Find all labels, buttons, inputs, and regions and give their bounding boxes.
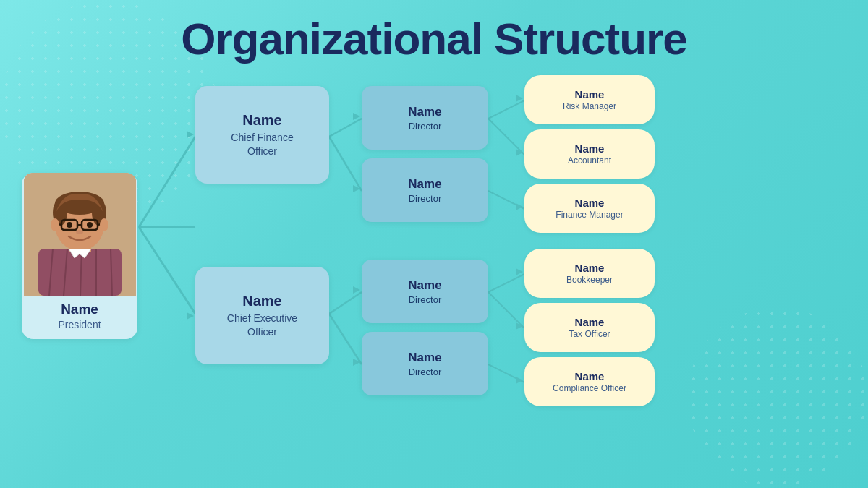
ceo-card: Name Chief ExecutiveOfficer bbox=[195, 267, 329, 364]
svg-marker-21 bbox=[516, 203, 523, 210]
director-4-title: Director bbox=[409, 367, 442, 377]
svg-marker-17 bbox=[353, 286, 360, 294]
accountant-name: Name bbox=[575, 142, 605, 155]
accountant-card: Name Accountant bbox=[524, 129, 655, 179]
director-2-block: Name Director bbox=[362, 158, 488, 222]
cfo-block: Name Chief FinanceOfficer bbox=[195, 86, 329, 184]
cfo-title: Chief FinanceOfficer bbox=[231, 131, 293, 157]
director-1-name: Name bbox=[408, 105, 441, 119]
director-3-title: Director bbox=[409, 294, 442, 305]
president-card: Name President bbox=[22, 173, 137, 339]
svg-marker-24 bbox=[516, 377, 523, 384]
finance-manager-title: Finance Manager bbox=[556, 210, 623, 220]
bookkeeper-card: Name Bookkeeper bbox=[524, 249, 655, 298]
svg-line-0 bbox=[139, 137, 195, 227]
svg-line-10 bbox=[488, 274, 524, 292]
svg-marker-22 bbox=[516, 268, 523, 275]
svg-line-7 bbox=[488, 100, 524, 119]
director-2-name: Name bbox=[408, 177, 441, 192]
tax-officer-card: Name Tax Officer bbox=[524, 303, 655, 352]
tax-officer-block: Name Tax Officer bbox=[524, 303, 655, 352]
svg-point-42 bbox=[67, 222, 72, 228]
finance-manager-name: Name bbox=[575, 197, 605, 209]
svg-marker-19 bbox=[516, 95, 523, 102]
svg-line-1 bbox=[139, 227, 195, 314]
cfo-name: Name bbox=[242, 112, 281, 129]
director-1-title: Director bbox=[409, 121, 442, 132]
accountant-title: Accountant bbox=[568, 155, 611, 166]
president-title: President bbox=[58, 319, 101, 330]
org-chart: Name President Name Chief FinanceOfficer… bbox=[22, 72, 846, 440]
ceo-title: Chief ExecutiveOfficer bbox=[227, 312, 297, 338]
risk-manager-title: Risk Manager bbox=[563, 101, 616, 111]
risk-manager-block: Name Risk Manager bbox=[524, 75, 655, 124]
president-name: Name bbox=[61, 301, 98, 317]
cfo-card: Name Chief FinanceOfficer bbox=[195, 86, 329, 184]
tax-officer-name: Name bbox=[575, 316, 605, 328]
director-1-block: Name Director bbox=[362, 86, 488, 150]
svg-line-6 bbox=[329, 314, 362, 364]
compliance-officer-card: Name Compliance Officer bbox=[524, 357, 655, 406]
svg-line-4 bbox=[329, 137, 362, 191]
director-1-card: Name Director bbox=[362, 86, 488, 150]
director-4-card: Name Director bbox=[362, 332, 488, 395]
finance-manager-block: Name Finance Manager bbox=[524, 184, 655, 233]
page-title: Organizational Structure bbox=[0, 0, 868, 72]
compliance-officer-name: Name bbox=[575, 370, 605, 382]
svg-marker-15 bbox=[353, 113, 360, 120]
director-2-title: Director bbox=[409, 193, 442, 204]
svg-line-11 bbox=[488, 292, 524, 328]
director-3-name: Name bbox=[408, 278, 441, 293]
bookkeeper-block: Name Bookkeeper bbox=[524, 249, 655, 298]
risk-manager-card: Name Risk Manager bbox=[524, 75, 655, 124]
president-block: Name President bbox=[22, 173, 137, 339]
bookkeeper-name: Name bbox=[575, 262, 605, 274]
svg-marker-14 bbox=[187, 312, 194, 320]
svg-point-45 bbox=[51, 218, 59, 231]
svg-line-9 bbox=[488, 191, 524, 209]
svg-point-43 bbox=[87, 222, 93, 228]
director-3-block: Name Director bbox=[362, 260, 488, 323]
svg-point-44 bbox=[76, 230, 83, 234]
compliance-officer-block: Name Compliance Officer bbox=[524, 357, 655, 406]
director-4-name: Name bbox=[408, 351, 441, 365]
tax-officer-title: Tax Officer bbox=[569, 329, 610, 339]
risk-manager-name: Name bbox=[575, 88, 605, 100]
president-photo bbox=[24, 173, 136, 296]
compliance-officer-title: Compliance Officer bbox=[553, 383, 626, 393]
ceo-block: Name Chief ExecutiveOfficer bbox=[195, 267, 329, 364]
finance-manager-card: Name Finance Manager bbox=[524, 184, 655, 233]
svg-line-5 bbox=[329, 292, 362, 314]
ceo-name: Name bbox=[242, 293, 281, 309]
svg-marker-13 bbox=[187, 131, 194, 138]
accountant-block: Name Accountant bbox=[524, 129, 655, 179]
svg-marker-20 bbox=[516, 149, 523, 156]
director-2-card: Name Director bbox=[362, 158, 488, 222]
svg-marker-16 bbox=[353, 185, 360, 192]
svg-point-46 bbox=[100, 218, 109, 231]
svg-marker-23 bbox=[516, 322, 523, 330]
bookkeeper-title: Bookkeeper bbox=[566, 275, 613, 285]
svg-line-12 bbox=[488, 364, 524, 382]
director-4-block: Name Director bbox=[362, 332, 488, 395]
svg-line-3 bbox=[329, 119, 362, 137]
person-photo-svg bbox=[24, 173, 136, 296]
director-3-card: Name Director bbox=[362, 260, 488, 323]
svg-line-8 bbox=[488, 119, 524, 155]
svg-marker-18 bbox=[353, 359, 360, 366]
